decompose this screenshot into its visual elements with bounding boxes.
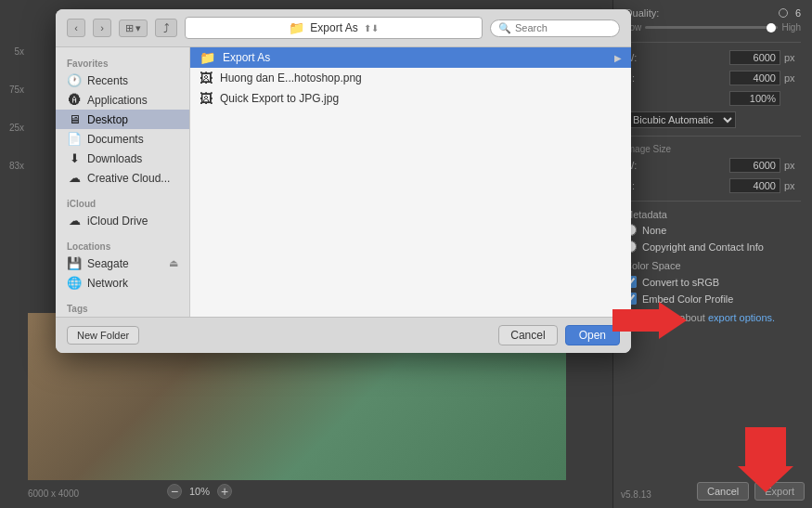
recents-icon: 🕐	[67, 73, 82, 87]
file-item-quick-export[interactable]: 🖼 Quick Export to JPG.jpg	[190, 88, 631, 109]
sidebar-label-desktop: Desktop	[87, 113, 128, 126]
resize-h-label: H:	[625, 180, 729, 191]
file-dialog: ‹ › ⊞ ▾ ⤴ 📁 Export As ⬆⬇ 🔍 Favorites 🕐 R…	[56, 9, 631, 353]
width-field-row: W: px	[625, 50, 801, 65]
sidebar-label-creative-cloud: Creative Cloud...	[87, 172, 170, 185]
resize-w-label: W:	[625, 160, 729, 171]
dialog-sidebar: Favorites 🕐 Recents 🅐 Applications 🖥 Des…	[56, 47, 190, 317]
file-name-quick-export: Quick Export to JPG.jpg	[220, 92, 339, 105]
resample-field-row: Bicubic Automatic	[625, 111, 801, 128]
height-input[interactable]	[729, 71, 780, 85]
file-name-hotoshop: Huong dan E...hotoshop.png	[220, 72, 362, 85]
creative-cloud-icon: ☁	[67, 171, 82, 185]
export-options-link[interactable]: export options.	[708, 312, 775, 323]
ruler-num-1: 5x	[4, 46, 24, 57]
zoom-in-button[interactable]: +	[217, 484, 232, 499]
svg-marker-0	[612, 302, 687, 339]
documents-icon: 📄	[67, 132, 82, 146]
icloud-drive-icon: ☁	[67, 214, 82, 228]
new-folder-button[interactable]: New Folder	[67, 326, 139, 345]
eject-icon[interactable]: ⏏	[169, 257, 178, 269]
tags-section-title: Tags	[56, 300, 189, 316]
radio-none-row[interactable]: None	[625, 224, 801, 236]
sidebar-label-documents: Documents	[87, 133, 144, 146]
sidebar-item-seagate[interactable]: 💾 Seagate ⏏	[56, 254, 189, 273]
metadata-label: Metadata	[625, 209, 801, 220]
height-label: H:	[625, 72, 729, 84]
resample-select[interactable]: Bicubic Automatic	[625, 111, 736, 128]
width-unit: px	[784, 52, 801, 63]
sidebar-item-recents[interactable]: 🕐 Recents	[56, 71, 189, 90]
locations-section-title: Locations	[56, 238, 189, 254]
sidebar-item-downloads[interactable]: ⬇ Downloads	[56, 149, 189, 168]
action-button[interactable]: ⤴	[155, 19, 177, 37]
version-container: v5.8.13	[621, 488, 651, 501]
sidebar-item-creative-cloud[interactable]: ☁ Creative Cloud...	[56, 168, 189, 188]
search-input[interactable]	[515, 22, 608, 33]
zoom-value: 10%	[189, 486, 210, 497]
view-mode-button[interactable]: ⊞ ▾	[119, 20, 148, 37]
location-dropdown[interactable]: 📁 Export As ⬆⬇	[185, 17, 483, 39]
svg-marker-1	[738, 427, 793, 492]
sidebar-item-documents[interactable]: 📄 Documents	[56, 129, 189, 149]
sidebar-item-network[interactable]: 🌐 Network	[56, 273, 189, 293]
dialog-footer: New Folder Cancel Open	[56, 317, 631, 353]
resize-w-unit: px	[784, 160, 801, 171]
cancel-button[interactable]: Cancel	[498, 325, 557, 345]
file-item-hotoshop[interactable]: 🖼 Huong dan E...hotoshop.png	[190, 68, 631, 88]
sidebar-item-applications[interactable]: 🅐 Applications	[56, 90, 189, 110]
sidebar-item-desktop[interactable]: 🖥 Desktop	[56, 110, 189, 129]
file-item-export-as[interactable]: 📁 Export As ▶	[190, 47, 631, 68]
file-name-export-as: Export As	[223, 51, 270, 64]
downloads-icon: ⬇	[67, 151, 82, 165]
desktop-icon: 🖥	[67, 112, 82, 126]
zoom-controls: − 10% +	[167, 484, 232, 499]
height-field-row: H: px	[625, 71, 801, 85]
view-chevron-icon: ▾	[135, 22, 141, 34]
folder-export-as-icon: 📁	[200, 50, 215, 65]
divider-1	[625, 42, 801, 43]
resize-w-input[interactable]	[729, 158, 780, 173]
quality-slider-row: Low High	[625, 22, 801, 33]
srgb-checkbox-row[interactable]: Convert to sRGB	[625, 276, 801, 288]
sidebar-label-recents: Recents	[87, 74, 128, 87]
quality-value: 6	[795, 7, 801, 19]
sidebar-label-seagate: Seagate	[87, 257, 129, 270]
quality-slider[interactable]	[645, 26, 778, 29]
width-input[interactable]	[729, 50, 780, 65]
zoom-out-button[interactable]: −	[167, 484, 182, 499]
quality-radio-low[interactable]	[779, 8, 788, 18]
sidebar-item-icloud-drive[interactable]: ☁ iCloud Drive	[56, 211, 189, 230]
icloud-section-title: iCloud	[56, 195, 189, 211]
nav-forward-button[interactable]: ›	[93, 19, 111, 37]
color-space-title: Color Space	[625, 260, 801, 271]
favorites-section-title: Favorites	[56, 55, 189, 71]
red-arrow-down	[738, 427, 793, 492]
scale-input[interactable]	[729, 91, 780, 106]
height-unit: px	[784, 72, 801, 84]
action-icon: ⤴	[163, 21, 170, 35]
ruler-num-2: 75x	[4, 85, 24, 95]
sidebar-label-downloads: Downloads	[87, 152, 142, 165]
scale-field-row	[625, 91, 801, 106]
quality-row: Quality: 6	[625, 7, 801, 19]
nav-back-button[interactable]: ‹	[67, 19, 85, 37]
resize-section-label: Image Size	[625, 144, 801, 154]
divider-3	[625, 201, 801, 202]
resize-h-input[interactable]	[729, 178, 780, 193]
dialog-title: Export As	[310, 21, 357, 34]
srgb-label: Convert to sRGB	[642, 277, 719, 288]
slider-thumb[interactable]	[767, 23, 776, 33]
resize-h-row: H: px	[625, 178, 801, 193]
radio-copyright-row[interactable]: Copyright and Contact Info	[625, 241, 801, 253]
image-quick-export-icon: 🖼	[200, 91, 213, 106]
dialog-body: Favorites 🕐 Recents 🅐 Applications 🖥 Des…	[56, 47, 631, 317]
search-icon: 🔍	[498, 22, 511, 34]
file-arrow-icon: ▶	[614, 53, 622, 63]
folder-icon: 📁	[289, 20, 304, 35]
image-dimensions: 6000 x 4000	[28, 488, 79, 499]
ruler-num-3: 25x	[4, 123, 24, 133]
applications-icon: 🅐	[67, 93, 82, 107]
quality-high-label: High	[781, 22, 801, 33]
seagate-icon: 💾	[67, 256, 82, 270]
